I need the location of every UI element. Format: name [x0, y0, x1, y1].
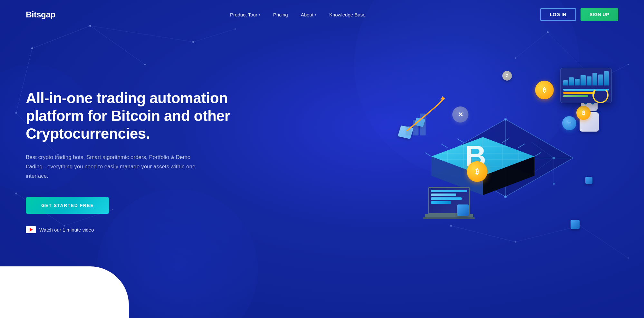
svg-line-70	[441, 144, 447, 148]
bitcoin-coin-2: ₿	[535, 81, 554, 99]
svg-line-72	[534, 153, 541, 156]
svg-point-48	[553, 183, 555, 185]
svg-line-69	[425, 153, 431, 156]
mini-chart	[563, 71, 609, 87]
nav-links: Product Tour ▾ Pricing About ▾ Knowledge…	[230, 12, 365, 17]
nav-about[interactable]: About ▾	[301, 12, 316, 17]
chevron-down-icon: ▾	[315, 13, 316, 16]
hero-title: All-in-one trading automation platform f…	[26, 89, 238, 143]
nav-buttons: LOG IN SIGN UP	[540, 8, 618, 21]
logo: Bitsgap	[26, 10, 55, 20]
login-button[interactable]: LOG IN	[540, 8, 576, 21]
nav-pricing[interactable]: Pricing	[273, 12, 288, 17]
chevron-down-icon: ▾	[259, 13, 260, 16]
small-block-3	[585, 177, 592, 184]
refresh-icon	[592, 87, 609, 103]
trending-chart	[402, 94, 454, 140]
ripple-coin: ✕	[452, 106, 468, 123]
hero-content: All-in-one trading automation platform f…	[26, 83, 238, 233]
small-block-1	[457, 204, 469, 216]
svg-line-71	[457, 139, 464, 143]
nav-knowledge-base[interactable]: Knowledge Base	[329, 12, 366, 17]
hero-illustration: B ₿ ₿ Z ✕ ≡	[393, 61, 618, 255]
watch-video-link[interactable]: Watch our 1 minute video	[26, 226, 238, 233]
hero-subtitle: Best crypto trading bots, Smart algorith…	[26, 153, 206, 181]
svg-line-74	[502, 139, 509, 143]
bitcoin-coin-1: ₿	[467, 161, 487, 182]
svg-line-73	[518, 144, 525, 148]
youtube-icon	[26, 226, 36, 233]
watch-video-label: Watch our 1 minute video	[39, 227, 94, 233]
hero-section: All-in-one trading automation platform f…	[0, 29, 644, 274]
nav-product-tour[interactable]: Product Tour ▾	[230, 12, 260, 17]
dash-coin: ≡	[562, 116, 576, 130]
get-started-button[interactable]: GET STARTED FREE	[26, 197, 109, 214]
navbar: Bitsgap Product Tour ▾ Pricing About ▾ K…	[0, 0, 644, 29]
small-block-2	[571, 220, 580, 229]
svg-point-44	[553, 157, 555, 159]
bottom-curve	[0, 266, 129, 318]
zcash-coin: Z	[502, 71, 512, 81]
signup-button[interactable]: SIGN UP	[581, 8, 618, 21]
